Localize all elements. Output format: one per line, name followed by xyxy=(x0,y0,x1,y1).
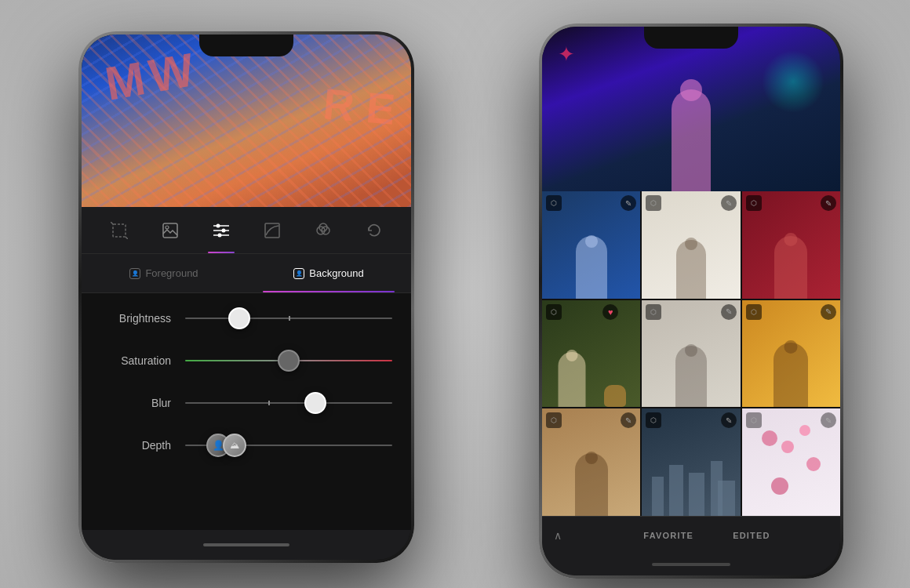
grid-cell-6[interactable]: ⬡ ✎ xyxy=(542,408,640,516)
grid-cell-2[interactable]: ⬡ ✎ xyxy=(742,191,840,299)
curve-icon[interactable] xyxy=(259,217,286,244)
brightness-track xyxy=(185,318,392,319)
grid-cell-1[interactable]: ⬡ ✎ xyxy=(642,191,740,299)
grid-badge-4: ⬡ xyxy=(646,304,661,320)
person-head-4 xyxy=(685,344,697,357)
blur-row: Blur xyxy=(100,392,392,414)
building-5 xyxy=(718,481,735,516)
svg-point-10 xyxy=(217,233,221,237)
tab-foreground[interactable]: 👤 Foreground xyxy=(82,254,246,292)
svg-point-4 xyxy=(166,226,169,229)
hero-silhouette xyxy=(664,66,719,191)
right-phone-wrap: ✦ ⬡ ✎ xyxy=(539,24,843,579)
chevron-up-icon[interactable]: ∧ xyxy=(542,529,573,542)
grid-edit-2[interactable]: ✎ xyxy=(821,195,836,211)
fabric-letters-2: R E xyxy=(322,78,398,135)
grid-cell-8[interactable]: ⬡ ✎ xyxy=(742,408,840,516)
foreground-tab-icon: 👤 xyxy=(129,268,140,279)
tab-active-line xyxy=(263,291,395,292)
sliders-icon[interactable] xyxy=(208,217,235,244)
grid-cell-7[interactable]: ⬡ ✎ xyxy=(642,408,740,516)
sliders-panel: Brightness Saturation xyxy=(82,293,411,530)
silhouette-body xyxy=(672,89,711,191)
saturation-row: Saturation xyxy=(100,350,392,372)
gallery-tabs: FAVORITE EDITED xyxy=(573,531,840,540)
building-2 xyxy=(669,465,683,516)
flower-4 xyxy=(799,425,810,436)
scene: M W R E xyxy=(24,12,886,576)
grid-badge-0: ⬡ xyxy=(546,195,562,211)
grid-badge-7: ⬡ xyxy=(646,412,661,428)
foreground-tab-label: Foreground xyxy=(145,267,198,279)
sparkle-left: ✦ xyxy=(558,42,575,67)
right-phone-inner: ✦ ⬡ ✎ xyxy=(542,27,840,575)
flower-1 xyxy=(762,430,777,446)
grid-edit-5[interactable]: ✎ xyxy=(821,304,836,320)
history-icon[interactable] xyxy=(361,217,388,244)
svg-line-1 xyxy=(111,222,113,224)
grid-edit-4[interactable]: ✎ xyxy=(721,304,737,320)
active-indicator xyxy=(208,252,235,253)
person-head-5 xyxy=(784,340,798,354)
depth-track-wrap[interactable]: 👤 ⛰ xyxy=(185,434,392,456)
grid-badge-1: ⬡ xyxy=(646,195,661,211)
grid-badge-2: ⬡ xyxy=(746,195,762,211)
brightness-handle[interactable] xyxy=(228,307,250,329)
sparkle-right xyxy=(762,50,824,113)
edited-tab[interactable]: EDITED xyxy=(733,531,770,540)
brightness-track-wrap[interactable] xyxy=(185,307,392,329)
tab-background[interactable]: 👤 Background xyxy=(246,254,411,292)
grid-cell-0[interactable]: ⬡ ✎ xyxy=(542,191,640,299)
grid-badge-5: ⬡ xyxy=(746,304,762,320)
saturation-track-wrap[interactable] xyxy=(185,350,392,372)
svg-point-6 xyxy=(216,223,220,227)
depth-label: Depth xyxy=(100,439,171,452)
building-3 xyxy=(689,473,704,516)
toolbar xyxy=(82,207,411,254)
svg-rect-3 xyxy=(163,223,177,238)
home-bar xyxy=(82,530,411,560)
photo-fabric: M W R E xyxy=(82,34,411,207)
depth-row: Depth 👤 ⛰ xyxy=(100,434,392,456)
depth-handle-2[interactable]: ⛰ xyxy=(223,434,246,457)
grid-badge-3: ⬡ xyxy=(546,304,562,320)
grid-edit-7[interactable]: ✎ xyxy=(721,412,737,428)
silhouette-head xyxy=(680,79,702,101)
grid-cell-4[interactable]: ⬡ ✎ xyxy=(642,300,740,408)
saturation-handle[interactable] xyxy=(278,350,300,372)
gallery-bottom-nav: ∧ FAVORITE EDITED xyxy=(542,516,840,554)
grid-badge-8: ⬡ xyxy=(746,412,762,428)
building-1 xyxy=(652,477,664,516)
child-head xyxy=(566,350,577,361)
blur-label: Blur xyxy=(100,397,171,409)
blur-tick xyxy=(268,401,270,405)
person-head-2 xyxy=(784,233,798,246)
notch-left xyxy=(199,34,293,56)
blur-track-wrap[interactable] xyxy=(185,392,392,414)
blur-handle[interactable] xyxy=(304,392,326,414)
person-head-0 xyxy=(585,235,598,248)
grid-cell-5[interactable]: ⬡ ✎ xyxy=(742,300,840,408)
gallery-grid: ⬡ ✎ ⬡ ✎ xyxy=(542,191,840,516)
crop-icon[interactable] xyxy=(106,217,133,244)
svg-point-8 xyxy=(221,228,225,232)
image-icon[interactable] xyxy=(157,217,184,244)
flower-3 xyxy=(806,457,821,471)
grid-cell-3[interactable]: ⬡ ♥ ✎ xyxy=(542,300,640,408)
background-tab-icon: 👤 xyxy=(293,268,304,279)
favorite-tab[interactable]: FAVORITE xyxy=(643,531,693,540)
tab-bar: 👤 Foreground 👤 Background xyxy=(82,254,411,293)
hero-bg: ✦ xyxy=(542,27,840,191)
right-home-bar xyxy=(542,554,840,575)
grid-heart-3[interactable]: ♥ xyxy=(602,304,618,320)
hero-image-area: ✦ xyxy=(542,27,840,191)
blend-icon[interactable] xyxy=(310,217,337,244)
person-head-1 xyxy=(685,238,697,250)
right-phone-outer: ✦ ⬡ ✎ xyxy=(539,24,843,579)
home-indicator xyxy=(203,543,289,546)
left-phone-outer: M W R E xyxy=(78,31,414,563)
flower-2 xyxy=(781,441,794,453)
grid-edit-1[interactable]: ✎ xyxy=(721,195,737,211)
left-phone-inner: M W R E xyxy=(82,34,411,560)
svg-line-2 xyxy=(126,237,128,239)
